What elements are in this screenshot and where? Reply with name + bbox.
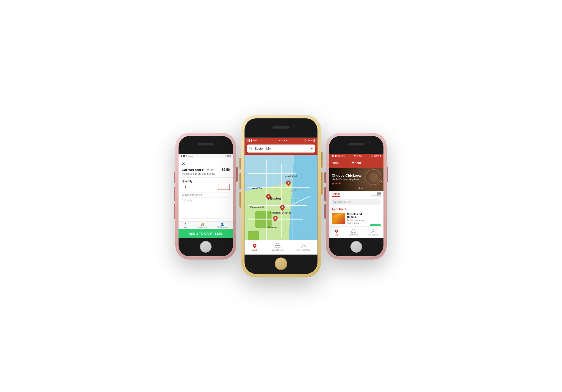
phone1-side-btn-bot [174,204,175,219]
phone3-battery: ⬡ 100% ▓ [371,155,381,157]
add-btn-label: ADD 1 TO CART [189,232,213,235]
phone1-carrier: 9:41 AM [186,155,193,157]
phone2-home[interactable] [275,257,287,270]
phone1-header: ✕ Carrots and Humus Delicious carrots an… [179,158,233,178]
phone2-map[interactable]: North End West End Boston Beacon Hill Fi… [245,155,317,246]
add-btn-price: $2.50 [215,232,223,235]
restaurant-stars: ★★★ [332,182,381,186]
phone3-header-title: Menu [352,161,361,165]
road-v1 [266,159,267,241]
qty-minus-button[interactable]: − [224,184,230,190]
phone1-status-right: 100% [226,155,231,157]
phone3-side-btn-mid [324,187,326,201]
phone3-nav-vendor[interactable]: Vendor List [349,229,358,236]
phone1-speaker [198,143,214,145]
phone3-nav-vendor-label: Vendor List [349,234,358,236]
add-to-cart-button[interactable]: ADD 1 TO CART $2.50 [179,229,233,238]
phone3-status-time: 9:41 AM [354,155,362,157]
phone1-nav-vendor[interactable]: 🚚 Vendor List [198,223,207,228]
phone1-qty-buttons: + − [218,184,230,190]
menu-search-input[interactable]: 🔍 Search Menu [332,199,381,205]
map-pin-3[interactable] [280,205,285,211]
phone1-note-area[interactable]: Add note... [182,197,230,219]
phone2-nav-my[interactable]: My Paycrave [297,243,311,251]
phone1-status-left: ▐▐▐ 9:41 AM [181,155,193,157]
hamburger-line2 [377,193,381,194]
qty-plus-button[interactable]: + [218,184,224,190]
phone3-status-bar: ▐▐▐ Sketch ⬡ 9:41 AM ⬡ 100% ▓ [329,154,383,158]
user-icon: 👤 [221,223,224,226]
phone3-hero: Chubby Chickpea Middle Eastern, Vegetari… [329,168,383,191]
phone2-side-btn-top [239,158,241,169]
svg-point-11 [352,232,353,233]
phone3-nav-my[interactable]: My Paycrave [368,229,378,236]
menu-item-1-desc: Delicious carrots and humus [347,219,368,225]
hero-chevron-icon[interactable]: › [381,179,382,183]
back-button[interactable]: < Back [331,162,339,164]
phone1-status-bar: ▐▐▐ 9:41 AM 100% [179,154,233,158]
tab-details[interactable]: Details [332,193,340,197]
phone3-menu-search: 🔍 Search Menu [329,198,383,206]
appetizers-section: Appetizers [329,206,383,211]
phone2-screen: ▐▐▐ Sketch ⬡ 9:41 AM ⬡ 100% ▓ 🔍 Boston, … [245,138,317,254]
phone1-nav-my[interactable]: 👤 My Paycrave [217,223,228,228]
restaurant-type: Middle Eastern, Vegetarian [332,178,381,181]
phone1-side-btn-right [236,167,238,182]
phone3-home[interactable] [350,241,362,253]
svg-point-9 [336,230,337,231]
phone2-search-input[interactable]: 🔍 Boston, MA ➤ [247,144,315,152]
phone3-side-btn-top [324,172,326,183]
phone2-status-left: ▐▐▐ Sketch ⬡ [247,139,262,141]
phone1-special-section: Special Instructions [182,192,230,197]
hamburger-line1 [377,192,381,193]
phone1-signal: ▐▐▐ [181,155,185,157]
phone1-side-btn-mid [174,187,175,201]
phone1-nav-map-label: Map [184,226,188,228]
phone3-speaker [348,143,364,145]
map-pin-1[interactable] [286,180,291,186]
category-toggle[interactable]: By Category [371,192,381,197]
phone2-status-right: ⬡ 100% ▓ [305,139,315,141]
phone3-map-icon [334,229,339,233]
map-pin-4[interactable] [273,216,277,221]
user-nav-icon [301,243,307,248]
svg-point-12 [354,232,355,233]
phone2-speaker [273,126,290,129]
hamburger-line3 [377,194,381,195]
search-icon: 🔍 [333,201,336,203]
phone1-item-desc: Delicious carrots and humus [182,172,215,175]
search-icon: 🔍 [249,147,253,150]
phone2-inner: ▐▐▐ Sketch ⬡ 9:41 AM ⬡ 100% ▓ 🔍 Boston, … [245,118,317,274]
phone2-bottom-nav: Map Vendor List [245,240,317,254]
location-icon[interactable]: ➤ [310,147,313,150]
phone2-nav-map-label: Map [252,249,257,251]
phone1-side-btn-top [174,172,175,183]
phone1-inner: ▐▐▐ 9:41 AM 100% ✕ Carrots and Humus Del… [179,136,233,256]
phone2-nav-vendor-label: Vendor List [272,249,283,251]
phone1-special-label: Special Instructions [182,193,230,196]
phone3-nav-map-label: Map [335,234,339,236]
phone1-home[interactable] [200,241,212,253]
phone3-nav-my-label: My Paycrave [368,234,378,236]
phone2-side-btn-bot [239,192,241,207]
phone1-qty-label: Quantity [182,180,230,183]
phone3-status-right: ⬡ 100% ▓ [371,155,381,157]
by-category-label: By Category [371,195,381,197]
phone-3: ▐▐▐ Sketch ⬡ 9:41 AM ⬡ 100% ▓ < Back Men… [326,133,387,259]
svg-point-7 [278,247,279,248]
menu-item-1-image [332,213,345,224]
map-pin-2[interactable] [266,194,271,200]
close-icon[interactable]: ✕ [182,161,230,166]
phone2-side-btn-mid [239,173,241,189]
phone2-nav-vendor[interactable]: Vendor List [272,243,283,251]
phone2-camera [293,124,296,127]
phone2-nav-map[interactable]: Map [251,243,258,251]
svg-point-6 [275,247,277,248]
menu-item-1-name: Carrots and Humus [347,213,368,219]
phone-2: ▐▐▐ Sketch ⬡ 9:41 AM ⬡ 100% ▓ 🔍 Boston, … [241,115,321,277]
phone3-camera [367,142,370,144]
phone3-nav-map[interactable]: Map [334,229,339,236]
phone1-nav-map[interactable]: 📍 Map [184,223,187,228]
phone1-bottom-nav: 📍 Map 🚚 Vendor List 👤 My Paycrave [179,221,233,229]
restaurant-name: Chubby Chickpea [332,173,381,177]
